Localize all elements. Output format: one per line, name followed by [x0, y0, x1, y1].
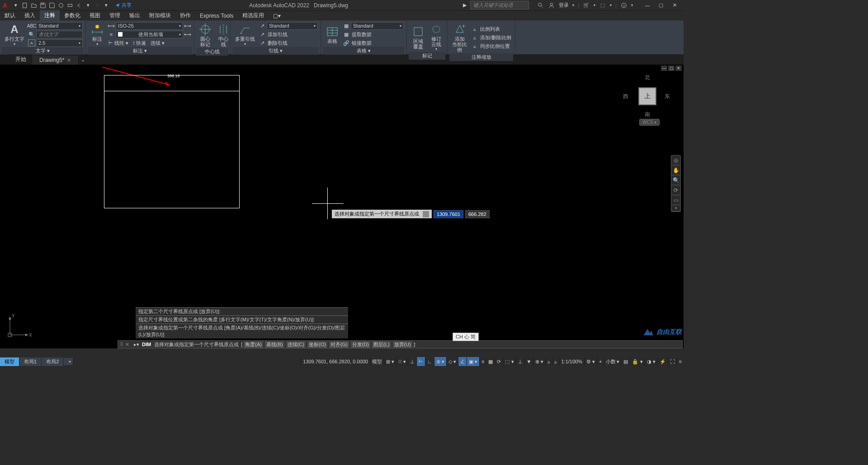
sb-gizmo-icon[interactable]: ⊕ ▾: [533, 357, 545, 366]
layout-tab-2[interactable]: 布局2: [42, 357, 64, 366]
dimstyle-mgr-icon[interactable]: ⟷: [184, 22, 191, 29]
sb-dyninput-icon[interactable]: ⊢: [416, 357, 425, 366]
sb-custom-icon[interactable]: ≡: [677, 357, 684, 366]
cmdline-close-icon[interactable]: ✕: [125, 342, 129, 348]
extract-button[interactable]: 提取数据: [351, 31, 373, 38]
mleaderstyle-combo[interactable]: Standard▾: [267, 22, 318, 30]
tab-manage[interactable]: 管理: [105, 10, 125, 21]
removeleader-icon[interactable]: ↗: [259, 39, 266, 47]
sb-3dosnap-icon[interactable]: ⬚ ▾: [503, 357, 515, 366]
dynamic-options-icon[interactable]: [423, 211, 429, 217]
panel-leader-title[interactable]: 引线 ▾: [232, 47, 319, 55]
sb-model[interactable]: 模型: [370, 357, 384, 366]
sb-annoscale[interactable]: 1:1/100%: [559, 357, 584, 366]
revcloud-button[interactable]: 修订 云线 ▾: [427, 22, 445, 52]
sb-lockui-icon[interactable]: 🔒 ▾: [630, 357, 644, 366]
rectangle-object[interactable]: [104, 91, 240, 208]
extract-icon[interactable]: ▦: [343, 31, 350, 38]
sb-workspace-icon[interactable]: ⚙ ▾: [584, 357, 597, 366]
cmd-opt[interactable]: 图层(L): [372, 341, 391, 348]
plot-icon[interactable]: [66, 1, 74, 9]
addleader-button[interactable]: 添加引线: [267, 31, 288, 38]
tab-output[interactable]: 输出: [125, 10, 145, 21]
viewcube-n[interactable]: 北: [645, 74, 650, 81]
viewcube-top[interactable]: 上: [638, 87, 656, 105]
sync-button[interactable]: 同步比例位置: [479, 43, 511, 50]
open-web-icon[interactable]: [57, 1, 65, 9]
nav-dropdown-icon[interactable]: ▾: [671, 205, 680, 211]
panel-text-title[interactable]: 文字 ▾: [2, 47, 84, 55]
layout-tab-1[interactable]: 布局1: [19, 357, 42, 366]
wipeout-button[interactable]: 区域覆盖: [409, 22, 427, 52]
sb-grid-icon[interactable]: ⊞ ▾: [384, 357, 396, 366]
sync-icon[interactable]: ▵: [471, 42, 478, 50]
dynamic-x-input[interactable]: 1309.7601: [434, 210, 463, 218]
sb-iso-icon[interactable]: ◇ ▾: [446, 357, 458, 366]
sb-hardware-icon[interactable]: ⚡: [657, 357, 668, 366]
cmdline-handle-icon[interactable]: ⠿: [120, 342, 123, 348]
ribbon-expand-icon[interactable]: ▢▾: [269, 11, 285, 20]
drawing-tab[interactable]: Drawing5*✕: [33, 56, 78, 65]
textstyle-combo[interactable]: Standard▾: [36, 22, 83, 30]
search-icon[interactable]: [537, 2, 544, 9]
sb-ortho-icon[interactable]: ∟: [425, 357, 434, 366]
command-line[interactable]: ⠿ ✕ ▸▾ DIM 选择对象或指定第一个尺寸界线原点或 [ 角度(A) 基线(…: [118, 340, 683, 348]
tab-parametric[interactable]: 参数化: [60, 10, 85, 21]
sb-annomon-icon[interactable]: +: [597, 357, 604, 366]
sb-dynucs-icon[interactable]: ⊥: [516, 357, 524, 366]
viewcube-wcs[interactable]: WCS ▾: [639, 119, 660, 126]
scalelist-icon[interactable]: ▵: [471, 25, 478, 33]
dim-continue-button[interactable]: 连续 ▾: [150, 40, 165, 47]
removeleader-button[interactable]: 删除引线: [267, 40, 288, 47]
table-button[interactable]: 表格: [323, 22, 342, 47]
sb-coords[interactable]: 1309.7601, 666.2820, 0.0000: [301, 357, 370, 366]
redo-dropdown-icon[interactable]: ▾: [102, 1, 110, 9]
mleader-button[interactable]: 多重引线 ▾: [232, 22, 258, 47]
adddel-button[interactable]: 添加/删除比例: [479, 34, 512, 41]
addleader-icon[interactable]: ↗: [259, 31, 266, 38]
dimlayer-combo[interactable]: 使用当前项▾: [116, 31, 183, 38]
cart-icon[interactable]: 🛒: [583, 2, 590, 9]
tab-featured[interactable]: 精选应用: [238, 10, 269, 21]
maximize-button[interactable]: ▢: [655, 1, 667, 10]
add-tab-button[interactable]: +: [78, 56, 88, 65]
tab-annotate[interactable]: 注释: [40, 10, 60, 21]
cmd-opt[interactable]: 连续(C): [286, 341, 306, 348]
centerline-button[interactable]: 中心线: [214, 22, 232, 48]
panel-dim-title[interactable]: 标注 ▾: [88, 47, 192, 55]
nav-pan-icon[interactable]: ✋: [671, 165, 680, 175]
close-button[interactable]: ✕: [668, 1, 681, 10]
layout-add-button[interactable]: +: [64, 358, 73, 365]
menu-dropdown-icon[interactable]: ▾: [12, 1, 20, 9]
addscale-button[interactable]: + 添加 当前比例: [449, 22, 470, 53]
scalelist-button[interactable]: 比例列表: [479, 26, 501, 33]
nav-wheel-icon[interactable]: ◎: [671, 155, 680, 165]
sb-units[interactable]: 小数 ▾: [604, 357, 621, 366]
dim-quick-button[interactable]: ⟟ 快速: [132, 40, 147, 47]
tablestyle-combo[interactable]: Standard▾: [351, 22, 404, 30]
layout-tab-model[interactable]: 模型: [0, 357, 19, 366]
sb-infer-icon[interactable]: ⊥: [408, 357, 416, 366]
tab-default[interactable]: 默认: [0, 10, 20, 21]
tab-addins[interactable]: 附加模块: [145, 10, 175, 21]
sb-polar-icon[interactable]: ⊛ ▾: [434, 357, 446, 366]
viewcube-w[interactable]: 西: [623, 93, 628, 100]
cmd-opt[interactable]: 坐标(O): [307, 341, 327, 348]
viewport-close-icon[interactable]: ✕: [675, 66, 682, 71]
viewport-maximize-icon[interactable]: ▢: [668, 66, 675, 71]
tab-insert[interactable]: 插入: [20, 10, 40, 21]
share-button[interactable]: 共享: [112, 2, 134, 9]
cmd-opt[interactable]: 分发(D): [351, 341, 370, 348]
sb-filter-icon[interactable]: ▼: [524, 357, 533, 366]
sb-transparency-icon[interactable]: ▦: [486, 357, 495, 366]
tab-view[interactable]: 视图: [85, 10, 105, 21]
link-button[interactable]: 链接数据: [351, 40, 373, 47]
save-icon[interactable]: [39, 1, 47, 9]
link-icon[interactable]: 🔗: [343, 39, 350, 47]
close-tab-icon[interactable]: ✕: [67, 57, 71, 63]
redo-icon[interactable]: [93, 1, 101, 9]
undo-icon[interactable]: [75, 1, 83, 9]
sb-annoscale-auto-icon[interactable]: ▵: [552, 357, 559, 366]
sb-quickprops-icon[interactable]: ▤: [621, 357, 630, 366]
adddel-icon[interactable]: ▵: [471, 34, 478, 41]
